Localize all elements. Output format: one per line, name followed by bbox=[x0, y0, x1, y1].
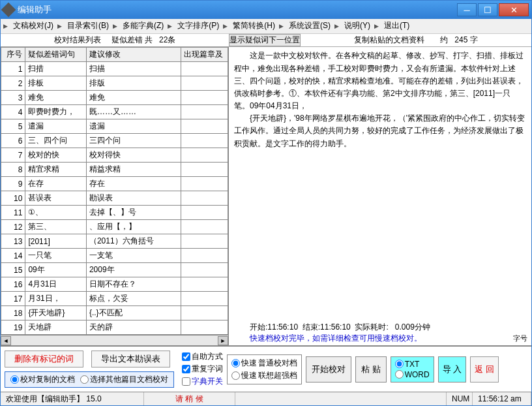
start-proofread-button[interactable]: 开始校对 bbox=[306, 356, 351, 383]
doc-info-label: 复制粘贴的文档资料 bbox=[354, 35, 424, 46]
chk-self-mode[interactable]: 自助方式 bbox=[182, 351, 223, 362]
status-ime: 请 稍 候 bbox=[175, 394, 203, 405]
app-icon bbox=[1, 3, 16, 18]
delete-marked-button[interactable]: 删除有标记的词 bbox=[5, 351, 83, 367]
scroll-left-icon[interactable]: ◄ bbox=[1, 336, 11, 345]
radio-txt[interactable]: TXT bbox=[395, 360, 430, 369]
radio-other-doc[interactable]: 选择其他篇目文档校对 bbox=[80, 374, 168, 385]
table-row[interactable]: 7校对的快校对得快 bbox=[1, 148, 228, 163]
return-button[interactable]: 返 回 bbox=[470, 356, 499, 383]
table-row[interactable]: 18{开天地辟}{..}不匹配 bbox=[1, 306, 228, 320]
menu-sort[interactable]: 文字排序(P) bbox=[173, 19, 223, 33]
table-row[interactable]: 14一只笔一支笔 bbox=[1, 249, 228, 263]
menu-exit[interactable]: 退出(T) bbox=[380, 19, 413, 33]
show-next-button[interactable]: 显示疑似词下一位置 bbox=[229, 34, 301, 47]
menu-arrow-icon: ▶ bbox=[3, 23, 8, 29]
status-num: NUM bbox=[452, 394, 469, 403]
minimize-button[interactable]: ─ bbox=[457, 3, 477, 16]
radio-copied-doc[interactable]: 校对复制的文档 bbox=[10, 374, 75, 385]
import-button[interactable]: 导 入 bbox=[438, 356, 467, 383]
chk-repeat-words[interactable]: 重复字词 bbox=[182, 364, 223, 375]
table-row[interactable]: 8精宜求精精益求精 bbox=[1, 163, 228, 177]
table-row[interactable]: 3难免难免 bbox=[1, 91, 228, 105]
table-row[interactable]: 164月31日日期不存在？ bbox=[1, 277, 228, 292]
horizontal-scrollbar[interactable]: ◄ ► bbox=[1, 335, 228, 345]
dict-toggle-link[interactable]: 字典开关 bbox=[182, 376, 223, 387]
col-chapter[interactable]: 出现篇章及 bbox=[181, 48, 228, 62]
menu-convert[interactable]: 繁简转换(H) bbox=[229, 19, 279, 33]
radio-slow[interactable]: 慢速 联想超强档 bbox=[231, 370, 297, 381]
col-seq[interactable]: 序号 bbox=[1, 48, 25, 62]
menu-settings[interactable]: 系统设置(S) bbox=[285, 19, 334, 33]
menu-index[interactable]: 目录索引(B) bbox=[63, 19, 113, 33]
close-button[interactable]: ✕ bbox=[499, 3, 529, 16]
table-row[interactable]: 4即费时费力，既……又…… bbox=[1, 105, 228, 119]
table-row[interactable]: 6三、四个问三四个问 bbox=[1, 134, 228, 148]
table-row[interactable]: 11①、去掉【、】号 bbox=[1, 206, 228, 220]
scroll-right-icon[interactable]: ► bbox=[218, 336, 228, 345]
table-row[interactable]: 19天地辟天的辟 bbox=[1, 320, 228, 335]
table-row[interactable]: 13[2011]（2011）六角括号 bbox=[1, 234, 228, 249]
col-error[interactable]: 疑似差错词句 bbox=[25, 48, 86, 62]
menubar: ▶文稿校对(J) ▶目录索引(B) ▶多能字典(Z) ▶文字排序(P) ▶繁简转… bbox=[1, 19, 531, 34]
radio-fast[interactable]: 快速 普通校对档 bbox=[231, 358, 297, 369]
table-row[interactable]: 17月31日，标点，欠妥 bbox=[1, 292, 228, 306]
result-list-label: 校对结果列表 bbox=[54, 35, 101, 46]
radio-word[interactable]: WORD bbox=[395, 370, 430, 379]
font-size-label[interactable]: 字号 bbox=[513, 334, 527, 343]
window-title: 编辑助手 bbox=[18, 4, 456, 16]
table-row[interactable]: 1扫措扫描 bbox=[1, 62, 228, 76]
error-table: 序号 疑似差错词句 建议修改 出现篇章及 1扫措扫描2排板排版3难免难免4即费时… bbox=[1, 47, 228, 335]
titlebar: 编辑助手 ─ ☐ ✕ bbox=[1, 1, 531, 19]
completion-message: 快速档校对完毕，如需详细检查可用慢速档校对。 bbox=[250, 334, 422, 343]
paste-button[interactable]: 粘 贴 bbox=[355, 356, 387, 383]
menu-help[interactable]: 说明(Y) bbox=[340, 19, 374, 33]
status-time: 11:56:12 am bbox=[478, 394, 522, 403]
table-row[interactable]: 12第三、、应用【，】 bbox=[1, 220, 228, 234]
status-welcome: 欢迎使用【编辑助手】 15.0 bbox=[6, 394, 102, 405]
maximize-button[interactable]: ☐ bbox=[478, 3, 497, 16]
controls-panel: 删除有标记的词 导出文本勘误表 校对复制的文档 选择其他篇目文档校对 自助方式 … bbox=[1, 346, 531, 392]
error-count: 22条 bbox=[159, 35, 175, 44]
statusbar: 欢迎使用【编辑助手】 15.0 请 稍 候 NUM 11:56:12 am bbox=[1, 392, 531, 405]
menu-dict[interactable]: 多能字典(Z) bbox=[119, 19, 168, 33]
table-row[interactable]: 5遣漏遗漏 bbox=[1, 119, 228, 134]
table-row[interactable]: 2排板排版 bbox=[1, 76, 228, 91]
table-row[interactable]: 9在存存在 bbox=[1, 177, 228, 191]
char-count: 245 字 bbox=[454, 35, 477, 44]
col-suggest[interactable]: 建议修改 bbox=[86, 48, 181, 62]
table-row[interactable]: 10甚误表勘误表 bbox=[1, 191, 228, 206]
document-text[interactable]: 这是一款中文校对软件。在各种文稿的起草、修改、抄写、打字、扫措、排板过程中，难免… bbox=[229, 47, 531, 320]
timing-info: 开始:11:56:10 结束:11:56:10 实际耗时: 0.009分钟 bbox=[234, 322, 526, 333]
export-button[interactable]: 导出文本勘误表 bbox=[91, 351, 170, 367]
menu-proofread[interactable]: 文稿校对(J) bbox=[9, 19, 57, 33]
table-row[interactable]: 1509年2009年 bbox=[1, 263, 228, 277]
